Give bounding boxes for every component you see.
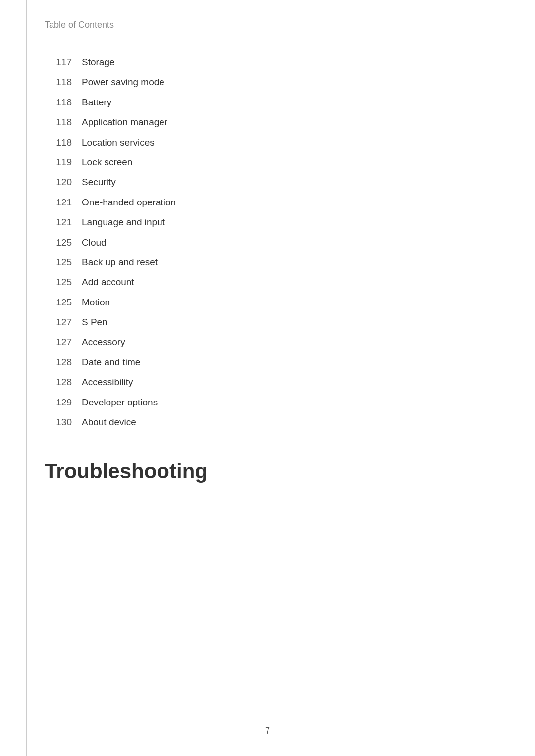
toc-entry: 129Developer options	[45, 395, 495, 410]
toc-entry: 127S Pen	[45, 315, 495, 330]
toc-page-number: 125	[45, 295, 72, 310]
toc-entry: 118Power saving mode	[45, 75, 495, 90]
toc-entry-title: Security	[82, 175, 116, 190]
toc-page-number: 129	[45, 395, 72, 410]
toc-entry: 128Accessibility	[45, 375, 495, 390]
toc-entry: 118Application manager	[45, 115, 495, 130]
toc-page-number: 120	[45, 175, 72, 190]
toc-entry: 130About device	[45, 415, 495, 430]
toc-entry-title: Power saving mode	[82, 75, 164, 90]
header: Table of Contents	[40, 20, 495, 30]
toc-page-number: 125	[45, 275, 72, 290]
toc-entry: 119Lock screen	[45, 155, 495, 170]
toc-entry-title: One-handed operation	[82, 195, 176, 210]
toc-entry: 125Add account	[45, 275, 495, 290]
toc-label: Table of Contents	[45, 20, 114, 30]
toc-page-number: 128	[45, 375, 72, 390]
toc-page-number: 117	[45, 55, 72, 70]
left-border	[26, 0, 27, 756]
toc-page-number: 121	[45, 215, 72, 230]
toc-entry: 117Storage	[45, 55, 495, 70]
toc-page-number: 121	[45, 195, 72, 210]
toc-entry-title: About device	[82, 415, 136, 430]
section-heading: Troubleshooting	[40, 459, 495, 483]
toc-page-number: 128	[45, 355, 72, 370]
toc-page-number: 118	[45, 115, 72, 130]
toc-entry-title: Accessibility	[82, 375, 133, 390]
toc-entry-title: Storage	[82, 55, 115, 70]
toc-entry-title: Language and input	[82, 215, 165, 230]
toc-entry: 118Location services	[45, 135, 495, 150]
toc-page-number: 130	[45, 415, 72, 430]
toc-entry: 120Security	[45, 175, 495, 190]
toc-entry-title: Cloud	[82, 235, 107, 250]
page-container: Table of Contents 117Storage118Power sav…	[0, 0, 535, 756]
toc-page-number: 125	[45, 235, 72, 250]
toc-entry: 128Date and time	[45, 355, 495, 370]
toc-page-number: 118	[45, 95, 72, 110]
toc-page-number: 125	[45, 255, 72, 270]
toc-list: 117Storage118Power saving mode118Battery…	[40, 55, 495, 430]
toc-entry: 125Motion	[45, 295, 495, 310]
toc-entry: 118Battery	[45, 95, 495, 110]
page-number: 7	[265, 726, 270, 736]
toc-entry: 127Accessory	[45, 335, 495, 350]
toc-entry-title: Battery	[82, 95, 111, 110]
toc-entry: 125Cloud	[45, 235, 495, 250]
toc-entry-title: S Pen	[82, 315, 107, 330]
toc-page-number: 119	[45, 155, 72, 170]
toc-entry-title: Motion	[82, 295, 110, 310]
toc-entry-title: Accessory	[82, 335, 125, 350]
toc-entry-title: Lock screen	[82, 155, 132, 170]
toc-entry: 125Back up and reset	[45, 255, 495, 270]
toc-page-number: 118	[45, 75, 72, 90]
toc-entry-title: Back up and reset	[82, 255, 158, 270]
toc-page-number: 127	[45, 335, 72, 350]
toc-entry-title: Date and time	[82, 355, 140, 370]
toc-entry-title: Location services	[82, 135, 155, 150]
toc-entry-title: Application manager	[82, 115, 167, 130]
toc-page-number: 127	[45, 315, 72, 330]
toc-entry: 121Language and input	[45, 215, 495, 230]
toc-page-number: 118	[45, 135, 72, 150]
toc-entry-title: Developer options	[82, 395, 158, 410]
toc-entry-title: Add account	[82, 275, 134, 290]
toc-entry: 121One-handed operation	[45, 195, 495, 210]
